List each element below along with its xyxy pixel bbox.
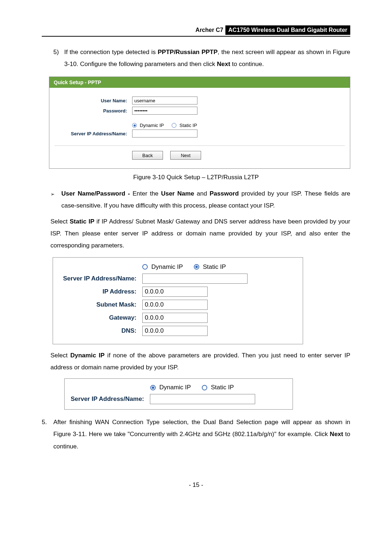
password-input[interactable]: [132, 107, 197, 115]
next-button[interactable]: Next: [170, 151, 201, 160]
text-bold: Next: [217, 61, 230, 67]
page-container: Archer C7 AC1750 Wireless Dual Band Giga…: [0, 0, 392, 554]
text: to continue.: [230, 61, 264, 67]
static-ip-label: Static IP: [211, 384, 234, 391]
para-dynamic-ip: Select Dynamic IP if none of the above p…: [50, 349, 350, 373]
figure-caption: Figure 3-10 Quick Setup – L2TP/Russia L2…: [42, 174, 350, 181]
subnet-mask-input[interactable]: [142, 300, 208, 310]
text-bold: Password: [210, 190, 239, 197]
page-header: Archer C7 AC1750 Wireless Dual Band Giga…: [42, 25, 350, 37]
dynamic-ip-label: Dynamic IP: [151, 263, 183, 271]
server-ip-input[interactable]: [142, 274, 248, 284]
substep-number: 5): [53, 46, 64, 70]
step-5-main: 5. After finishing WAN Connection Type s…: [42, 416, 350, 452]
text: Select: [50, 218, 70, 225]
substep-text: If the connection type detected is PPTP/…: [64, 46, 350, 70]
text: Select: [50, 352, 70, 359]
text-bold: PPTP/Russian PPTP: [158, 49, 218, 56]
static-ip-label: Static IP: [179, 123, 197, 128]
dynamic-ip-radio[interactable]: [132, 123, 137, 128]
text: After finishing WAN Connection Type sele…: [53, 419, 350, 438]
subnet-mask-label: Subnet Mask:: [58, 301, 136, 308]
divider: [54, 145, 345, 146]
dynamic-ip-label: Dynamic IP: [159, 384, 191, 391]
dns-label: DNS:: [58, 327, 136, 335]
server-ip-input[interactable]: [150, 394, 255, 404]
header-model: Archer C7: [196, 27, 223, 33]
text: and: [194, 190, 210, 197]
dynamic-ip-radio[interactable]: [150, 385, 156, 390]
text-bold: Dynamic IP: [70, 352, 105, 359]
chevron-icon: ➢: [50, 188, 61, 212]
static-ip-radio[interactable]: [202, 385, 207, 390]
page-number: - 15 -: [42, 481, 350, 489]
text-bold: User Name/Password -: [61, 190, 132, 197]
bullet-user-password: ➢ User Name/Password - Enter the User Na…: [50, 188, 350, 212]
text: Enter the: [132, 190, 161, 197]
figure-dynamic-panel: Dynamic IP Static IP Server IP Address/N…: [64, 378, 293, 410]
static-ip-radio[interactable]: [172, 123, 176, 128]
para-static-ip: Select Static IP if IP Address/ Subnet M…: [50, 216, 350, 251]
figure-static-panel: Dynamic IP Static IP Server IP Address/N…: [53, 257, 303, 344]
password-label: Password:: [54, 108, 127, 114]
ip-address-input[interactable]: [142, 287, 208, 297]
server-ip-label: Server IP Address/Name:: [70, 395, 144, 403]
figure-pptp-panel: Quick Setup - PPTP User Name: Password: …: [49, 77, 350, 169]
server-ip-label: Server IP Address/Name:: [58, 275, 136, 282]
text-bold: Next: [330, 431, 343, 438]
static-ip-radio[interactable]: [194, 264, 199, 270]
dynamic-ip-label: Dynamic IP: [140, 123, 164, 128]
text: If the connection type detected is: [64, 49, 158, 56]
substep-5: 5) If the connection type detected is PP…: [53, 46, 350, 70]
step-number: 5.: [42, 416, 53, 452]
server-ip-input[interactable]: [132, 130, 197, 138]
username-label: User Name:: [54, 98, 127, 103]
gateway-input[interactable]: [142, 313, 208, 323]
static-ip-label: Static IP: [203, 263, 226, 271]
server-ip-label: Server IP Address/Name:: [54, 131, 127, 136]
text: if IP Address/ Subnet Mask/ Gateway and …: [50, 218, 350, 249]
header-product: AC1750 Wireless Dual Band Gigabit Router: [225, 25, 350, 35]
dns-input[interactable]: [142, 326, 208, 336]
gateway-label: Gateway:: [58, 314, 136, 321]
ip-address-label: IP Address:: [58, 288, 136, 295]
username-input[interactable]: [132, 97, 197, 104]
text-bold: User Name: [161, 190, 194, 197]
dynamic-ip-radio[interactable]: [142, 264, 148, 270]
back-button[interactable]: Back: [132, 151, 163, 160]
panel-title: Quick Setup - PPTP: [49, 77, 350, 88]
text-bold: Static IP: [70, 218, 94, 225]
